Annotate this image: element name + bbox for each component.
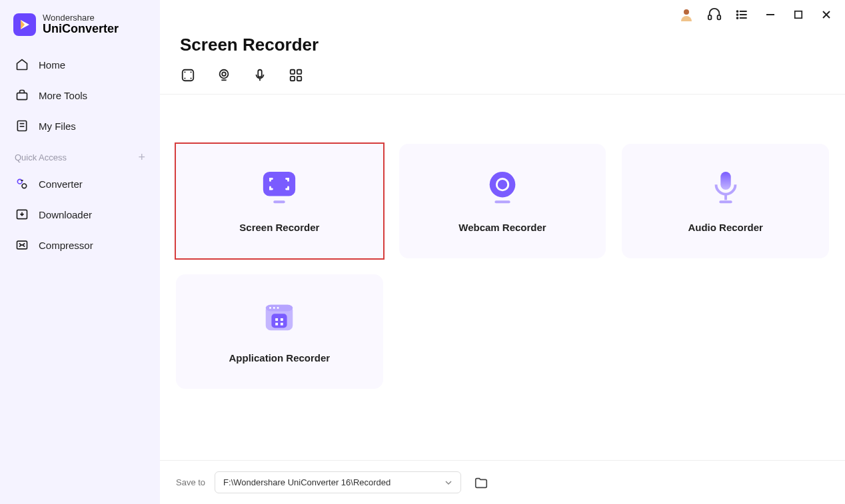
svg-point-16 [737, 17, 738, 19]
minimize-button[interactable] [762, 7, 778, 23]
save-to-label: Save to [176, 477, 205, 487]
close-button[interactable] [818, 7, 834, 23]
logo-brand-text: Wondershare [43, 13, 119, 23]
svg-rect-45 [281, 318, 283, 321]
card-label: Screen Recorder [239, 222, 319, 233]
support-icon[interactable] [706, 7, 722, 23]
audio-recorder-icon [707, 170, 744, 207]
mode-icons-row [160, 67, 845, 94]
svg-rect-27 [297, 70, 301, 74]
mode-screen-icon[interactable] [180, 67, 196, 83]
logo-icon [13, 13, 36, 36]
svg-rect-10 [718, 15, 721, 19]
sidebar-item-more-tools[interactable]: More Tools [0, 80, 160, 111]
svg-rect-30 [263, 172, 295, 196]
logo-text: Wondershare UniConverter [43, 13, 119, 36]
titlebar [160, 0, 845, 29]
card-label: Application Recorder [229, 352, 330, 364]
converter-icon [15, 176, 29, 191]
card-application-recorder[interactable]: Application Recorder [176, 274, 383, 389]
svg-point-15 [737, 14, 738, 15]
sidebar-item-downloader[interactable]: Downloader [0, 199, 160, 230]
svg-rect-43 [272, 314, 287, 328]
card-label: Webcam Recorder [458, 222, 546, 233]
main-panel: Screen Recorder Screen Recorder Webcam R… [160, 0, 845, 504]
chevron-down-icon [444, 479, 452, 487]
mode-audio-icon[interactable] [252, 67, 268, 83]
quick-access-header: Quick Access + [0, 141, 160, 168]
svg-rect-35 [720, 172, 730, 190]
svg-rect-26 [291, 70, 295, 74]
save-path-text: F:\Wondershare UniConverter 16\Recorded [223, 477, 391, 487]
svg-point-42 [277, 307, 279, 309]
add-quick-access-button[interactable]: + [138, 150, 145, 164]
svg-rect-18 [795, 11, 802, 19]
sidebar-item-label: Compressor [39, 240, 93, 251]
svg-point-22 [220, 70, 229, 79]
svg-rect-34 [494, 200, 510, 203]
svg-rect-0 [17, 93, 27, 100]
sidebar: Wondershare UniConverter Home More Tools… [0, 0, 160, 504]
svg-rect-44 [276, 318, 279, 321]
download-icon [15, 207, 29, 222]
mode-apps-icon[interactable] [288, 67, 304, 83]
svg-rect-37 [719, 200, 732, 203]
sidebar-item-label: More Tools [39, 90, 87, 101]
application-recorder-icon [261, 300, 298, 338]
page-title: Screen Recorder [160, 29, 845, 67]
svg-rect-29 [297, 77, 301, 81]
compressor-icon [15, 238, 29, 252]
svg-rect-47 [281, 323, 283, 326]
card-screen-recorder[interactable]: Screen Recorder [176, 144, 383, 258]
home-icon [15, 57, 29, 72]
card-audio-recorder[interactable]: Audio Recorder [622, 144, 829, 258]
svg-point-14 [737, 11, 738, 12]
sidebar-item-label: Downloader [39, 209, 92, 220]
card-label: Audio Recorder [688, 222, 763, 233]
svg-rect-25 [258, 70, 262, 77]
logo-area: Wondershare UniConverter [0, 13, 160, 49]
card-webcam-recorder[interactable]: Webcam Recorder [399, 144, 606, 258]
svg-rect-9 [708, 15, 712, 19]
save-path-select[interactable]: F:\Wondershare UniConverter 16\Recorded [215, 471, 461, 493]
svg-point-23 [222, 72, 226, 76]
mode-webcam-icon[interactable] [216, 67, 232, 83]
sidebar-item-label: My Files [39, 121, 76, 132]
sidebar-item-home[interactable]: Home [0, 49, 160, 80]
maximize-button[interactable] [790, 7, 806, 23]
svg-rect-21 [183, 70, 194, 81]
briefcase-icon [15, 88, 29, 103]
sidebar-item-label: Converter [39, 178, 83, 190]
svg-point-40 [269, 307, 271, 309]
quick-access-title: Quick Access [15, 152, 67, 162]
svg-point-8 [684, 9, 689, 15]
logo-product-text: UniConverter [43, 23, 119, 36]
svg-point-41 [273, 307, 275, 309]
svg-rect-28 [291, 77, 295, 81]
sidebar-item-compressor[interactable]: Compressor [0, 230, 160, 260]
bottom-bar: Save to F:\Wondershare UniConverter 16\R… [160, 460, 845, 504]
webcam-recorder-icon [484, 170, 521, 207]
open-folder-button[interactable] [470, 472, 492, 493]
avatar-button[interactable] [678, 7, 694, 23]
svg-rect-31 [274, 200, 285, 203]
files-icon [15, 119, 29, 133]
sidebar-item-label: Home [39, 59, 65, 71]
sidebar-item-converter[interactable]: Converter [0, 168, 160, 199]
svg-rect-46 [276, 323, 279, 326]
svg-point-5 [22, 184, 27, 188]
sidebar-item-my-files[interactable]: My Files [0, 111, 160, 141]
screen-recorder-icon [261, 170, 298, 207]
svg-point-32 [490, 172, 516, 198]
menu-icon[interactable] [734, 7, 750, 23]
cards-grid: Screen Recorder Webcam Recorder Audio Re… [160, 95, 845, 402]
